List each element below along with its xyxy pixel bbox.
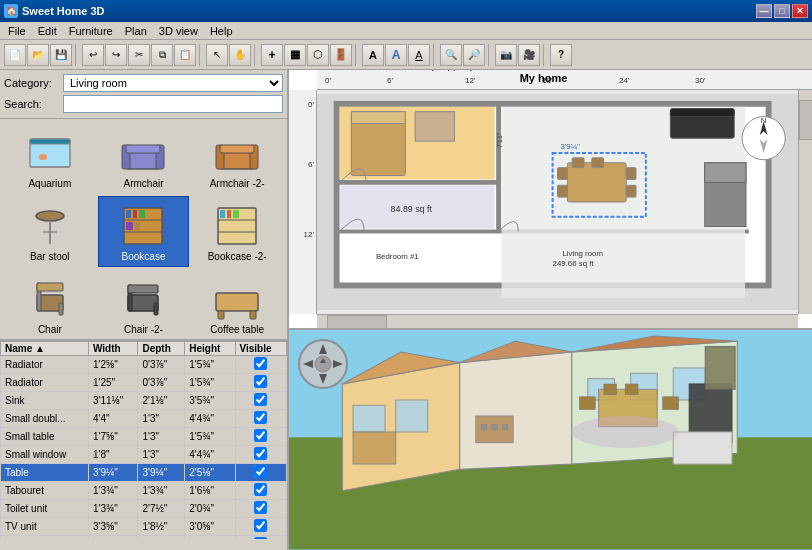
photo-button[interactable]: 📷: [495, 44, 517, 66]
table-row[interactable]: Radiator1'25"0'3⅞"1'5¾": [1, 374, 287, 392]
visible-checkbox[interactable]: [254, 465, 267, 478]
furniture-label-bookcase2: Bookcase -2-: [208, 251, 267, 262]
text-a1[interactable]: A: [362, 44, 384, 66]
paste-button[interactable]: 📋: [174, 44, 196, 66]
save-button[interactable]: 💾: [50, 44, 72, 66]
table-row[interactable]: Sink3'11⅛"2'1⅛"3'5¾": [1, 392, 287, 410]
select-button[interactable]: ↖: [206, 44, 228, 66]
col-visible[interactable]: Visible: [235, 342, 287, 356]
svg-rect-67: [592, 158, 604, 168]
visible-checkbox[interactable]: [254, 375, 267, 388]
cell-name: Radiator: [1, 356, 89, 374]
undo-button[interactable]: ↩: [82, 44, 104, 66]
menu-furniture[interactable]: Furniture: [63, 24, 119, 38]
menu-3dview[interactable]: 3D view: [153, 24, 204, 38]
furniture-item-aquarium[interactable]: Aquarium: [4, 123, 96, 194]
pan-button[interactable]: ✋: [229, 44, 251, 66]
close-button[interactable]: ✕: [792, 4, 808, 18]
furniture-item-armchair[interactable]: Armchair: [98, 123, 190, 194]
cell-visible[interactable]: [235, 536, 287, 540]
cell-visible[interactable]: [235, 428, 287, 446]
table-row[interactable]: Tabouret1'3¾"1'3¾"1'6⅛": [1, 482, 287, 500]
furniture-item-bookcase2[interactable]: Bookcase -2-: [191, 196, 283, 267]
text-a3[interactable]: A: [408, 44, 430, 66]
visible-checkbox[interactable]: [254, 501, 267, 514]
cell-visible[interactable]: [235, 518, 287, 536]
search-input[interactable]: [63, 95, 283, 113]
visible-checkbox[interactable]: [254, 537, 267, 539]
cut-button[interactable]: ✂: [128, 44, 150, 66]
menu-file[interactable]: File: [2, 24, 32, 38]
svg-text:249.66 sq ft: 249.66 sq ft: [553, 259, 595, 268]
text-a2[interactable]: A: [385, 44, 407, 66]
menu-plan[interactable]: Plan: [119, 24, 153, 38]
visible-checkbox[interactable]: [254, 519, 267, 532]
copy-button[interactable]: ⧉: [151, 44, 173, 66]
table-row[interactable]: Small window1'8"1'3"4'4¾": [1, 446, 287, 464]
cell-visible[interactable]: [235, 482, 287, 500]
furniture-item-armchair2[interactable]: Armchair -2-: [191, 123, 283, 194]
v-scrollbar[interactable]: [798, 90, 812, 314]
svg-rect-63: [558, 185, 568, 197]
category-select[interactable]: Living room: [63, 74, 283, 92]
minimize-button[interactable]: —: [756, 4, 772, 18]
cell-visible[interactable]: [235, 500, 287, 518]
plan-title: My home: [289, 72, 798, 84]
svg-rect-1: [30, 139, 70, 144]
redo-button[interactable]: ↪: [105, 44, 127, 66]
svg-rect-37: [216, 293, 258, 311]
zoom-out-button[interactable]: 🔎: [463, 44, 485, 66]
open-button[interactable]: 📂: [27, 44, 49, 66]
table-row[interactable]: Radiator1'2⅝"0'3⅞"1'5¾": [1, 356, 287, 374]
furniture-item-chair2[interactable]: Chair -2-: [98, 269, 190, 339]
table-row[interactable]: Small doubl...4'4"1'3"4'4¾": [1, 410, 287, 428]
cell-height: 1'5¾": [185, 374, 235, 392]
furniture-item-bookcase[interactable]: Bookcase: [98, 196, 190, 267]
zoom-in-button[interactable]: 🔍: [440, 44, 462, 66]
video-button[interactable]: 🎥: [518, 44, 540, 66]
visible-checkbox[interactable]: [254, 447, 267, 460]
cell-visible[interactable]: [235, 446, 287, 464]
h-scrollbar[interactable]: [317, 314, 798, 328]
new-button[interactable]: 📄: [4, 44, 26, 66]
col-width[interactable]: Width: [88, 342, 137, 356]
col-height[interactable]: Height: [185, 342, 235, 356]
visible-checkbox[interactable]: [254, 393, 267, 406]
col-name[interactable]: Name ▲: [1, 342, 89, 356]
furniture-item-bar-stool[interactable]: Bar stool: [4, 196, 96, 267]
table-row[interactable]: Small table1'7⅝"1'3"1'5¾": [1, 428, 287, 446]
cell-depth: 1'3": [138, 446, 185, 464]
menu-edit[interactable]: Edit: [32, 24, 63, 38]
maximize-button[interactable]: □: [774, 4, 790, 18]
table-row[interactable]: Venitian blind2'11⅞"0'3⅝"2'11¾": [1, 536, 287, 540]
svg-point-99: [572, 416, 679, 448]
cell-visible[interactable]: [235, 374, 287, 392]
cell-visible[interactable]: [235, 356, 287, 374]
plan-canvas[interactable]: 84.89 sq ft Bedroom #1 Living room 249.6…: [317, 90, 798, 314]
visible-checkbox[interactable]: [254, 429, 267, 442]
add-wall-button[interactable]: ▦: [284, 44, 306, 66]
furniture-item-chair[interactable]: Chair: [4, 269, 96, 339]
table-row[interactable]: TV unit3'3⅝"1'8½"3'0⅝": [1, 518, 287, 536]
visible-checkbox[interactable]: [254, 483, 267, 496]
table-row[interactable]: Table3'9¼"3'9¼"2'5⅛": [1, 464, 287, 482]
svg-rect-88: [481, 425, 486, 430]
visible-checkbox[interactable]: [254, 357, 267, 370]
visible-checkbox[interactable]: [254, 411, 267, 424]
add-room-button[interactable]: ⬡: [307, 44, 329, 66]
table-row[interactable]: Toilet unit1'3¾"2'7½"2'0¾": [1, 500, 287, 518]
svg-marker-77: [460, 352, 572, 469]
add-furniture-button[interactable]: +: [261, 44, 283, 66]
col-depth[interactable]: Depth: [138, 342, 185, 356]
add-door-button[interactable]: 🚪: [330, 44, 352, 66]
cell-visible[interactable]: [235, 392, 287, 410]
menu-help[interactable]: Help: [204, 24, 239, 38]
furniture-item-coffee-table[interactable]: Coffee table: [191, 269, 283, 339]
cell-visible[interactable]: [235, 464, 287, 482]
help-button[interactable]: ?: [550, 44, 572, 66]
svg-rect-95: [625, 384, 638, 395]
cell-name: Small doubl...: [1, 410, 89, 428]
cell-visible[interactable]: [235, 410, 287, 428]
furniture-icon-chair: [22, 274, 78, 324]
cell-height: 3'0⅝": [185, 518, 235, 536]
